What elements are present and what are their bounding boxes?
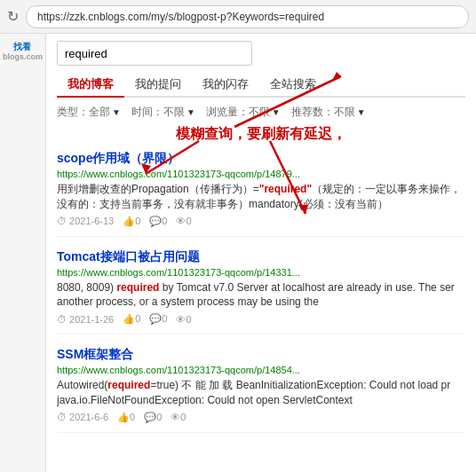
filter-views[interactable]: 浏览量：不限 ▼ bbox=[206, 105, 281, 120]
result-desc-1: 用到增删改查的Propagation（传播行为）="required"（规定的：… bbox=[57, 182, 465, 212]
filter-views-arrow: ▼ bbox=[272, 107, 281, 117]
result-item-1: scope作用域（界限） https://www.cnblogs.com/110… bbox=[57, 151, 465, 237]
sidebar-logo: 找看 blogs.com bbox=[3, 41, 43, 63]
result-date-2: ⏱ 2021-1-26 bbox=[57, 314, 114, 325]
result-title-2[interactable]: Tomcat接端口被占用问题 bbox=[57, 249, 465, 265]
address-bar[interactable]: https://zzk.cnblogs.com/my/s/blogpost-p?… bbox=[26, 5, 469, 28]
result-date-3: ⏱ 2021-6-6 bbox=[57, 412, 108, 422]
filter-type-arrow: ▼ bbox=[112, 107, 121, 117]
url-text: https://zzk.cnblogs.com/my/s/blogpost-p?… bbox=[37, 11, 324, 23]
filter-type[interactable]: 类型：全部 ▼ bbox=[57, 105, 121, 120]
result-date-1: ⏱ 2021-6-13 bbox=[57, 216, 114, 226]
reload-icon[interactable]: ↻ bbox=[7, 8, 19, 25]
keyword-highlight-2: required bbox=[116, 281, 159, 294]
result-url-3: https://www.cnblogs.com/1101323173-qqcom… bbox=[57, 365, 465, 375]
result-url-1: https://www.cnblogs.com/1101323173-qqcom… bbox=[57, 169, 465, 179]
result-comments-1: 💬0 bbox=[149, 216, 167, 227]
tabs-bar: 我的博客 我的提问 我的闪存 全站搜索 bbox=[57, 73, 465, 98]
tab-my-post[interactable]: 我的博客 bbox=[57, 73, 124, 98]
search-wrapper: required bbox=[57, 41, 465, 66]
page-content: 找看 blogs.com required 我的博客 我的提问 我的闪存 全站搜… bbox=[0, 34, 476, 472]
result-desc-2: 8080, 8009) required by Tomcat v7.0 Serv… bbox=[57, 280, 465, 311]
result-views-2: 👁0 bbox=[176, 314, 191, 325]
result-item-3: SSM框架整合 https://www.cnblogs.com/11013231… bbox=[57, 347, 465, 433]
result-comments-3: 💬0 bbox=[144, 412, 162, 423]
result-title-3[interactable]: SSM框架整合 bbox=[57, 347, 465, 363]
search-box[interactable]: required bbox=[57, 41, 252, 66]
result-views-3: 👁0 bbox=[171, 412, 186, 422]
result-views-1: 👁0 bbox=[176, 216, 191, 226]
result-thumbs-3: 👍0 bbox=[117, 412, 135, 423]
result-title-1[interactable]: scope作用域（界限） bbox=[57, 151, 465, 167]
annotation-label: 模糊查询，要刷新有延迟， bbox=[176, 126, 346, 141]
sidebar-logo-line2: blogs.com bbox=[3, 52, 43, 63]
filter-time-label: 时间：不限 bbox=[131, 105, 185, 120]
tab-my-flash[interactable]: 我的闪存 bbox=[192, 73, 259, 96]
result-item-2: Tomcat接端口被占用问题 https://www.cnblogs.com/1… bbox=[57, 249, 465, 335]
result-comments-2: 💬0 bbox=[149, 313, 167, 325]
filters-bar: 类型：全部 ▼ 时间：不限 ▼ 浏览量：不限 ▼ 推荐数：不限 ▼ bbox=[57, 105, 465, 120]
filter-recommend[interactable]: 推荐数：不限 ▼ bbox=[291, 105, 366, 120]
filter-recommend-arrow: ▼ bbox=[357, 107, 366, 117]
tab-site-search[interactable]: 全站搜索 bbox=[259, 73, 327, 96]
nav-icons: ↻ bbox=[7, 8, 19, 25]
keyword-highlight-3: required bbox=[107, 379, 150, 391]
result-meta-2: ⏱ 2021-1-26 👍0 💬0 👁0 bbox=[57, 313, 465, 325]
filter-time[interactable]: 时间：不限 ▼ bbox=[131, 105, 195, 120]
result-meta-1: ⏱ 2021-6-13 👍0 💬0 👁0 bbox=[57, 216, 465, 227]
result-meta-3: ⏱ 2021-6-6 👍0 💬0 👁0 bbox=[57, 412, 465, 423]
sidebar-logo-line1: 找看 bbox=[3, 41, 43, 52]
tab-my-question[interactable]: 我的提问 bbox=[124, 73, 192, 96]
annotation-text: 模糊查询，要刷新有延迟， bbox=[57, 125, 465, 144]
filter-type-label: 类型：全部 bbox=[57, 105, 110, 120]
result-thumbs-1: 👍0 bbox=[123, 216, 140, 227]
filter-recommend-label: 推荐数：不限 bbox=[291, 105, 355, 120]
result-desc-3: Autowired(required=true) 不 能 加 载 BeanIni… bbox=[57, 378, 465, 408]
filter-views-label: 浏览量：不限 bbox=[206, 105, 270, 120]
result-thumbs-2: 👍0 bbox=[123, 313, 140, 325]
keyword-highlight-1: "required" bbox=[259, 183, 312, 195]
sidebar: 找看 blogs.com bbox=[0, 34, 46, 472]
browser-bar: ↻ https://zzk.cnblogs.com/my/s/blogpost-… bbox=[0, 0, 476, 34]
search-input[interactable]: required bbox=[65, 47, 244, 60]
could-text: Could bbox=[369, 379, 397, 391]
result-url-2: https://www.cnblogs.com/1101323173-qqcom… bbox=[57, 267, 465, 278]
main-area: required 我的博客 我的提问 我的闪存 全站搜索 类型：全部 ▼ bbox=[46, 34, 476, 472]
filter-time-arrow: ▼ bbox=[186, 107, 195, 117]
